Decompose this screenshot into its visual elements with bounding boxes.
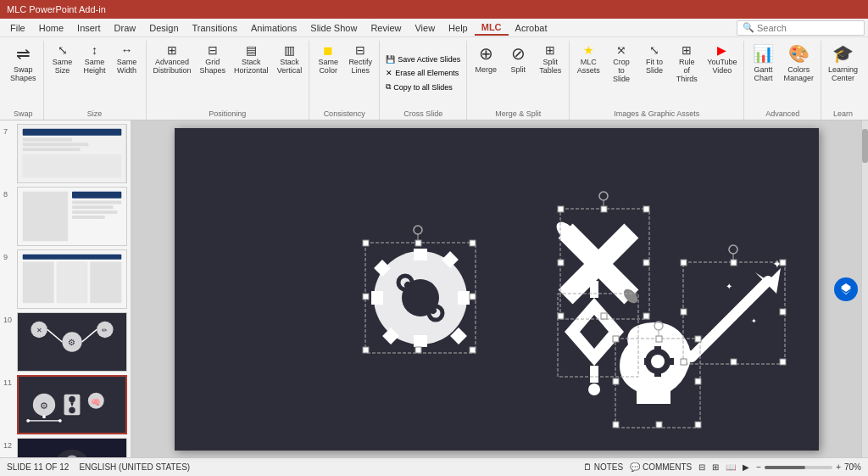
slide-thumb-11[interactable]: 11 ⚙ 🧠: [3, 375, 127, 434]
svg-rect-85: [363, 347, 369, 353]
menu-home[interactable]: Home: [32, 21, 70, 35]
same-width-button[interactable]: ↔ SameWidth: [112, 41, 142, 77]
svg-rect-69: [654, 346, 661, 351]
same-size-button[interactable]: ⤡ SameSize: [47, 41, 78, 77]
menu-view[interactable]: View: [408, 21, 442, 35]
menu-mlc[interactable]: MLC: [475, 20, 509, 36]
svg-rect-116: [695, 336, 701, 342]
ribbon-group-learn: 🎓 LearningCenter Learn: [821, 41, 865, 120]
svg-rect-47: [414, 335, 427, 347]
rectify-lines-button[interactable]: ⊟ RectifyLines: [345, 41, 376, 77]
menu-insert[interactable]: Insert: [70, 21, 108, 35]
notes-button[interactable]: 🗒 NOTES: [583, 462, 623, 472]
svg-rect-4: [23, 148, 81, 151]
slide-thumb-8[interactable]: 8: [3, 187, 127, 246]
swap-group-label: Swap: [14, 109, 33, 118]
stack-horizontal-button[interactable]: ▤ StackHorizontal: [231, 41, 272, 77]
swap-shapes-button[interactable]: ⇌ SwapShapes: [7, 41, 40, 85]
split-tables-button[interactable]: ⊞ SplitTables: [535, 41, 565, 77]
merge-button[interactable]: ⊕ Merge: [470, 41, 501, 76]
colors-manager-button[interactable]: 🎨 ColorsManager: [780, 41, 817, 85]
svg-rect-17: [90, 262, 121, 304]
scrollbar-thumb[interactable]: [862, 129, 868, 163]
stack-v-label: StackVertical: [277, 58, 303, 75]
svg-point-31: [69, 396, 75, 403]
advanced-distribution-button[interactable]: ⊞ AdvancedDistribution: [150, 41, 195, 77]
menu-file[interactable]: File: [3, 21, 32, 35]
svg-rect-71: [669, 358, 674, 365]
zoom-control: − + 70%: [756, 462, 861, 472]
fit-to-slide-button[interactable]: ⤡ Fit toSlide: [639, 41, 670, 77]
split-button[interactable]: ⊘ Split: [503, 41, 533, 76]
view-slide-sorter-icon[interactable]: ⊞: [712, 462, 719, 472]
save-active-slides-button[interactable]: 💾 Save Active Slides: [383, 54, 463, 64]
slide-thumb-12[interactable]: 12: [3, 438, 127, 457]
copy-to-all-slides-button[interactable]: ⧉ Copy to all Slides: [383, 81, 455, 92]
slide-img-12: [17, 438, 127, 457]
crop-to-slide-button[interactable]: ⤧ Cropto Slide: [605, 41, 637, 86]
menu-help[interactable]: Help: [442, 21, 475, 35]
slide-img-11: ⚙ 🧠: [17, 375, 127, 434]
erase-all-elements-button[interactable]: ✕ Erase all Elements: [383, 68, 461, 78]
svg-rect-48: [458, 291, 470, 305]
gantt-chart-button[interactable]: 📊 GanttChart: [748, 41, 778, 85]
menu-acrobat[interactable]: Acrobat: [509, 21, 554, 35]
youtube-video-button[interactable]: ▶ YouTubeVideo: [704, 41, 740, 77]
slide-thumb-7[interactable]: 7: [3, 124, 127, 183]
ribbon-group-consistency: ◼ SameColor ⊟ RectifyLines Consistency: [309, 41, 380, 120]
slide-thumb-9[interactable]: 9: [3, 249, 127, 309]
zoom-fill: [765, 466, 805, 469]
same-height-icon: ↕: [92, 43, 97, 57]
svg-rect-96: [558, 313, 564, 319]
menu-design[interactable]: Design: [142, 21, 185, 35]
crop-label: Cropto Slide: [609, 58, 634, 83]
zoom-slider[interactable]: [765, 466, 832, 469]
svg-rect-46: [414, 249, 427, 260]
stack-vertical-button[interactable]: ▥ StackVertical: [274, 41, 306, 77]
rule-of-thirds-button[interactable]: ⊞ Rule ofThirds: [671, 41, 702, 86]
svg-text:🧠: 🧠: [91, 397, 101, 407]
same-color-button[interactable]: ◼ SameColor: [313, 41, 343, 77]
erase-icon: ✕: [386, 69, 392, 77]
ribbon-group-merge-split: ⊕ Merge ⊘ Split ⊞ SplitTables Merge & Sp…: [467, 41, 570, 120]
svg-rect-114: [613, 336, 619, 342]
svg-text:✏: ✏: [102, 327, 108, 334]
zoom-in-button[interactable]: +: [836, 462, 841, 472]
ribbon-group-swap: ⇌ SwapShapes Swap: [3, 41, 44, 120]
menu-slideshow[interactable]: Slide Show: [303, 21, 364, 35]
zoom-out-button[interactable]: −: [756, 462, 761, 472]
same-width-icon: ↔: [121, 43, 133, 57]
menu-animations[interactable]: Animations: [244, 21, 303, 35]
svg-rect-95: [643, 260, 649, 266]
menu-transitions[interactable]: Transitions: [186, 21, 244, 35]
menu-review[interactable]: Review: [364, 21, 408, 35]
zoom-level: 70%: [844, 462, 861, 472]
svg-text:⚙: ⚙: [69, 338, 76, 347]
same-height-button[interactable]: ↕ SameHeight: [80, 41, 110, 77]
svg-rect-16: [57, 262, 88, 304]
comments-button[interactable]: 💬 COMMENTS: [630, 462, 692, 472]
vertical-scrollbar[interactable]: [861, 120, 868, 457]
mlc-assets-button[interactable]: ★ MLCAssets: [573, 41, 604, 77]
search-input[interactable]: [757, 23, 859, 33]
slide-thumb-10[interactable]: 10 ✕ ⚙ ✏: [3, 312, 127, 372]
view-presentation-icon[interactable]: ▶: [743, 462, 749, 472]
menu-draw[interactable]: Draw: [108, 21, 143, 35]
ribbon: ⇌ SwapShapes Swap ⤡ SameSize ↕ SameHeigh…: [0, 37, 868, 120]
learning-center-button[interactable]: 🎓 LearningCenter: [825, 41, 861, 85]
slide-canvas[interactable]: ✦ ✦ ✦: [175, 128, 819, 451]
stack-h-label: StackHorizontal: [234, 58, 269, 75]
svg-rect-83: [363, 294, 369, 300]
svg-rect-84: [470, 294, 476, 300]
colors-label: ColorsManager: [783, 65, 814, 82]
slide-num-7: 7: [3, 127, 17, 136]
merge-label: Merge: [475, 65, 497, 74]
svg-rect-80: [363, 240, 369, 246]
svg-rect-92: [601, 206, 607, 212]
view-reading-icon[interactable]: 📖: [726, 462, 736, 472]
dropbox-button[interactable]: [834, 277, 858, 301]
view-normal-icon[interactable]: ⊟: [698, 462, 705, 472]
grid-shapes-button[interactable]: ⊟ GridShapes: [197, 41, 230, 77]
split-icon: ⊘: [511, 43, 526, 64]
slide-info: SLIDE 11 OF 12: [7, 462, 69, 472]
